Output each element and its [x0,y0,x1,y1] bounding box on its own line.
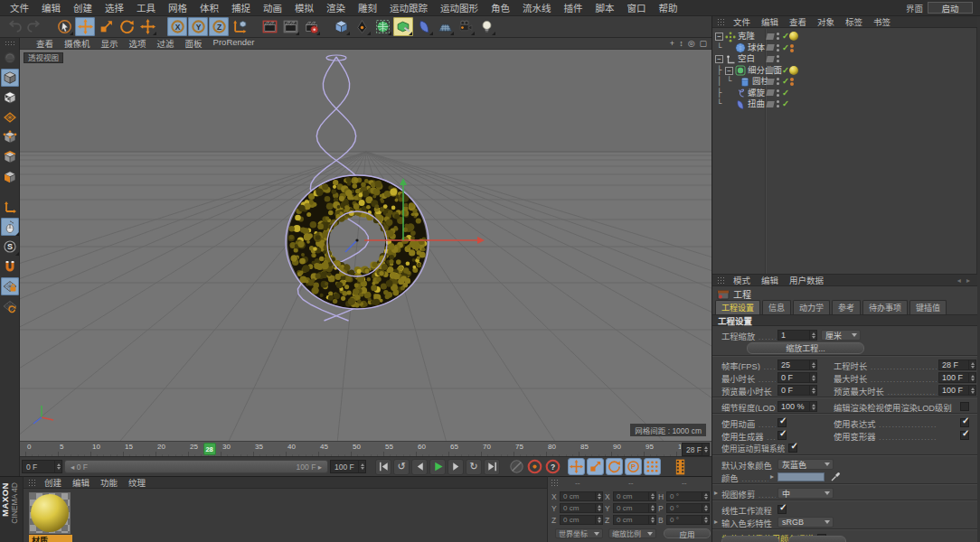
object-manager-menu-item-2[interactable]: 查看 [784,16,812,28]
object-manager-menu-item-5[interactable]: 书签 [868,16,896,28]
range-max-spinner[interactable]: 100 F [330,460,366,473]
toggle-view-icon[interactable]: ▢ [699,39,707,48]
layer-chip[interactable] [766,67,774,73]
key-position-toggle[interactable] [568,458,585,475]
history-arrows-icon[interactable]: ◂ ▸ [957,276,977,285]
project-scale-field[interactable]: 1 [777,330,817,341]
viewport-menu-item-6[interactable]: ProRender [208,37,260,50]
viewport-menu-item-3[interactable]: 选项 [124,37,152,50]
eyedropper-icon[interactable] [830,472,841,482]
coord-field-1-Z[interactable]: 0 cm [613,515,656,525]
render-settings-button[interactable]: rect x='1.2' y='2.2' width='13.6' height… [301,17,321,36]
autokeying-button[interactable] [526,459,542,475]
object-label[interactable]: 球体 [748,42,765,54]
layer-chip[interactable] [766,89,774,96]
points-mode-button[interactable] [1,128,19,146]
visibility-dots-icon[interactable] [777,44,779,52]
tree-row-扭曲[interactable]: └扭曲✓ [712,98,977,110]
menu-item-6[interactable]: 体积 [193,1,225,14]
edges-mode-button[interactable] [1,148,19,166]
material-menu-item-3[interactable]: 纹理 [123,476,151,489]
tag-dots-icon[interactable] [790,78,794,87]
tree-row-球体[interactable]: └球体✓ [712,42,977,54]
default-color-dropdown[interactable]: 灰蓝色 [777,459,834,470]
object-label[interactable]: 空白 [738,53,755,65]
view-clipping-dropdown[interactable]: 中 [777,488,834,499]
menu-item-4[interactable]: 工具 [130,1,162,14]
y-axis-lock-button[interactable]: Y [188,17,208,36]
menu-item-0[interactable]: 文件 [4,1,35,14]
viewport-solo-button[interactable] [1,218,19,236]
coord-field-2-B[interactable]: 0 ° [666,515,710,525]
null-icon[interactable] [725,54,736,65]
quantize-button[interactable] [1,257,19,276]
key-parameter-toggle[interactable]: P [625,458,642,475]
visibility-dots-icon[interactable] [777,89,779,98]
viewport-menu-item-0[interactable]: 查看 [31,37,59,50]
use-animation-checkbox[interactable] [777,418,787,427]
fps-field[interactable]: 25 [777,360,817,370]
collapse-icon[interactable]: − [715,55,723,63]
panel-grip-icon[interactable] [28,479,36,487]
volume-button[interactable] [393,17,413,36]
object-manager-menu-item-1[interactable]: 编辑 [756,16,784,28]
menu-item-2[interactable]: 创建 [67,1,99,14]
object-label[interactable]: 螺旋 [748,88,765,99]
layer-chip[interactable] [766,44,774,51]
material-menu-item-1[interactable]: 编辑 [67,476,95,489]
stepper-icon[interactable] [702,444,709,455]
stepper-icon[interactable] [54,461,61,472]
apply-button[interactable]: 应用 [664,528,711,538]
key-pla-toggle[interactable] [644,458,661,475]
scale-project-button[interactable]: 缩放工程... [747,342,864,354]
make-editable-button[interactable] [1,49,19,67]
menu-item-12[interactable]: 运动跟踪 [383,1,434,14]
tree-row-螺旋[interactable]: ├螺旋✓ [712,88,977,99]
coord-dropdown-世界坐标[interactable]: 世界坐标 [555,528,603,538]
viewport-menu-item-2[interactable]: 显示 [96,37,124,50]
visibility-dots-icon[interactable] [777,33,779,41]
layer-chip[interactable] [766,33,774,40]
model-mode-button[interactable] [1,69,19,87]
attribute-menu-item-1[interactable]: 编辑 [756,274,784,286]
viewport-menu-item-1[interactable]: 摄像机 [59,37,96,50]
menu-item-9[interactable]: 模拟 [288,1,320,14]
last-tool-button[interactable] [137,17,157,36]
record-keyframe-button[interactable] [508,459,524,475]
lock-workplane-button[interactable] [1,277,19,295]
menu-item-13[interactable]: 运动图形 [434,1,485,14]
menu-item-18[interactable]: 窗口 [621,1,653,14]
deformers-button[interactable] [414,17,434,36]
timeline-end-spinner[interactable]: 28 F [682,443,710,456]
coordinate-system-button[interactable] [230,17,250,36]
coord-field-1-Y[interactable]: 0 cm [613,503,656,513]
coord-field-0-Z[interactable]: 0 cm [560,515,603,525]
camera-button[interactable] [456,17,476,36]
menu-item-10[interactable]: 渲染 [320,1,352,14]
unit-dropdown[interactable]: 厘米 [821,330,861,341]
menu-item-15[interactable]: 流水线 [516,1,558,14]
render-region-button[interactable] [280,17,300,36]
object-label[interactable]: 克隆 [738,31,755,42]
coord-field-2-P[interactable]: 0 ° [666,503,710,513]
rotate-button[interactable] [117,17,137,36]
light-button[interactable] [476,17,496,36]
menu-item-11[interactable]: 雕刻 [352,1,383,14]
visibility-dots-icon[interactable] [777,67,779,75]
menu-item-16[interactable]: 插件 [558,1,589,14]
next-frame-button[interactable] [448,459,464,475]
primitive-cube-button[interactable] [331,17,351,36]
sphere-icon[interactable] [735,42,746,53]
viewport[interactable]: 查看摄像机显示选项过滤面板ProRender +↕◎▢ 透视视图 网格间距 : … [20,38,711,441]
tag-dots-icon[interactable] [790,44,794,53]
expand-icon[interactable]: ▸ [770,472,774,481]
coord-field-1-X[interactable]: 0 cm [613,491,656,501]
collapse-icon[interactable]: − [725,67,733,75]
enabled-check-icon[interactable]: ✓ [782,76,789,87]
enable-axis-button[interactable] [1,198,19,216]
lod-field[interactable]: 100 % [777,401,817,412]
use-deformers-checkbox[interactable] [960,431,969,440]
coord-field-0-Y[interactable]: 0 cm [560,503,603,513]
enabled-check-icon[interactable]: ✓ [782,88,789,98]
rotate-workplane-button[interactable] [1,297,19,315]
